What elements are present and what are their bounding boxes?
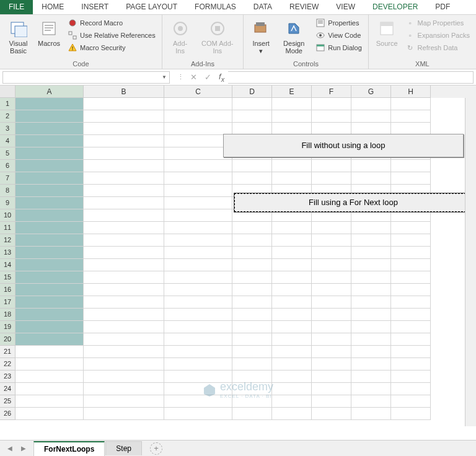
column-header-c[interactable]: C	[164, 86, 232, 98]
cell-G6[interactable]	[351, 160, 391, 172]
cell-D26[interactable]	[232, 408, 272, 420]
cell-A10[interactable]	[15, 209, 84, 222]
cell-E21[interactable]	[272, 346, 312, 358]
tab-home[interactable]: HOME	[33, 0, 73, 14]
tab-nav-prev-icon[interactable]: ◀	[7, 445, 12, 452]
cell-H25[interactable]	[391, 395, 431, 408]
cell-D6[interactable]	[232, 160, 272, 172]
cell-A18[interactable]	[15, 309, 84, 321]
cell-F16[interactable]	[312, 284, 351, 296]
cell-C1[interactable]	[164, 98, 232, 110]
cell-C6[interactable]	[164, 160, 232, 172]
cell-B4[interactable]	[84, 135, 164, 147]
cell-F23[interactable]	[312, 370, 351, 383]
cell-H16[interactable]	[391, 284, 431, 296]
row-header-17[interactable]: 17	[0, 296, 15, 309]
cell-H18[interactable]	[391, 309, 431, 321]
cell-B1[interactable]	[84, 98, 164, 110]
com-addins-button[interactable]: COM Add-Ins	[196, 17, 238, 56]
fill-without-loop-button[interactable]: Fill without using a loop	[223, 134, 464, 157]
cell-H21[interactable]	[391, 346, 431, 358]
cell-C18[interactable]	[164, 309, 232, 321]
cell-D13[interactable]	[232, 247, 272, 259]
cell-F3[interactable]	[312, 123, 351, 135]
cell-F13[interactable]	[312, 247, 351, 259]
cell-C9[interactable]	[164, 197, 232, 209]
cell-F26[interactable]	[312, 408, 351, 420]
cell-G26[interactable]	[351, 408, 391, 420]
row-header-4[interactable]: 4	[0, 135, 15, 147]
row-header-1[interactable]: 1	[0, 98, 15, 110]
cell-E18[interactable]	[272, 309, 312, 321]
cell-A20[interactable]	[15, 333, 84, 346]
cell-B21[interactable]	[84, 346, 164, 358]
cell-B20[interactable]	[84, 333, 164, 346]
cell-C3[interactable]	[164, 123, 232, 135]
column-header-g[interactable]: G	[351, 86, 391, 98]
cell-F24[interactable]	[312, 383, 351, 395]
enter-icon[interactable]: ✓	[205, 72, 211, 82]
cell-G3[interactable]	[351, 123, 391, 135]
cell-C16[interactable]	[164, 284, 232, 296]
cell-D22[interactable]	[232, 358, 272, 370]
addins-button[interactable]: Add-Ins	[167, 17, 193, 56]
cell-F1[interactable]	[312, 98, 351, 110]
row-header-7[interactable]: 7	[0, 172, 15, 185]
vertical-scrollbar[interactable]	[465, 98, 476, 426]
cell-B9[interactable]	[84, 197, 164, 209]
cell-E23[interactable]	[272, 370, 312, 383]
cell-F25[interactable]	[312, 395, 351, 408]
cell-E6[interactable]	[272, 160, 312, 172]
cell-H26[interactable]	[391, 408, 431, 420]
design-mode-button[interactable]: Design Mode	[277, 17, 311, 56]
cell-A11[interactable]	[15, 222, 84, 234]
cell-F20[interactable]	[312, 333, 351, 346]
macros-button[interactable]: Macros	[35, 17, 63, 56]
row-header-25[interactable]: 25	[0, 395, 15, 408]
cell-C7[interactable]	[164, 172, 232, 185]
cell-F12[interactable]	[312, 234, 351, 247]
cell-G21[interactable]	[351, 346, 391, 358]
row-header-13[interactable]: 13	[0, 247, 15, 259]
cell-B7[interactable]	[84, 172, 164, 185]
cell-A9[interactable]	[15, 197, 84, 209]
cell-G17[interactable]	[351, 296, 391, 309]
row-header-2[interactable]: 2	[0, 110, 15, 123]
cell-C10[interactable]	[164, 209, 232, 222]
cell-H12[interactable]	[391, 234, 431, 247]
tab-review[interactable]: REVIEW	[281, 0, 327, 14]
cell-C12[interactable]	[164, 234, 232, 247]
cell-D2[interactable]	[232, 110, 272, 123]
row-header-3[interactable]: 3	[0, 123, 15, 135]
cell-D12[interactable]	[232, 234, 272, 247]
cell-D18[interactable]	[232, 309, 272, 321]
cell-E20[interactable]	[272, 333, 312, 346]
row-header-10[interactable]: 10	[0, 209, 15, 222]
select-all-corner[interactable]	[0, 86, 15, 98]
cell-C22[interactable]	[164, 358, 232, 370]
cell-F17[interactable]	[312, 296, 351, 309]
cell-F11[interactable]	[312, 222, 351, 234]
cell-C24[interactable]	[164, 383, 232, 395]
tab-file[interactable]: FILE	[0, 0, 33, 14]
cell-D23[interactable]	[232, 370, 272, 383]
view-code-button[interactable]: View Code	[314, 30, 363, 41]
cell-F2[interactable]	[312, 110, 351, 123]
cell-E25[interactable]	[272, 395, 312, 408]
cell-D15[interactable]	[232, 271, 272, 284]
expansion-packs-button[interactable]: ▫Expansion Packs	[404, 30, 471, 41]
row-header-22[interactable]: 22	[0, 358, 15, 370]
cell-H7[interactable]	[391, 172, 431, 185]
cell-C4[interactable]	[164, 135, 232, 147]
cell-D11[interactable]	[232, 222, 272, 234]
cell-D21[interactable]	[232, 346, 272, 358]
row-header-9[interactable]: 9	[0, 197, 15, 209]
macro-security-button[interactable]: !Macro Security	[66, 42, 157, 53]
cell-C23[interactable]	[164, 370, 232, 383]
cell-B18[interactable]	[84, 309, 164, 321]
cell-C21[interactable]	[164, 346, 232, 358]
cell-D17[interactable]	[232, 296, 272, 309]
cell-H19[interactable]	[391, 321, 431, 333]
cell-E17[interactable]	[272, 296, 312, 309]
cancel-icon[interactable]: ✕	[190, 72, 197, 82]
